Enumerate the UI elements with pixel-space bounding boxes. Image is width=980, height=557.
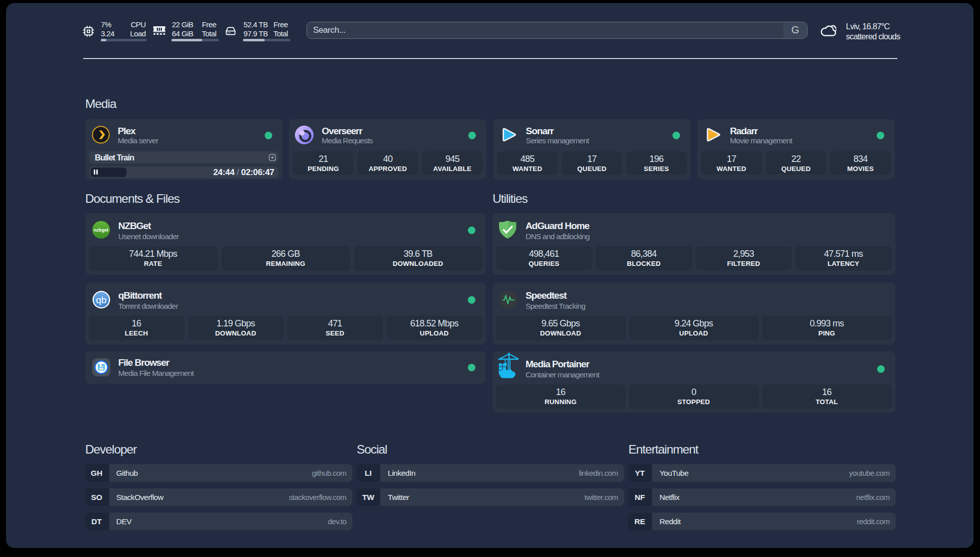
svg-text:qb: qb <box>96 294 106 305</box>
svg-text:nzbget: nzbget <box>94 228 108 233</box>
